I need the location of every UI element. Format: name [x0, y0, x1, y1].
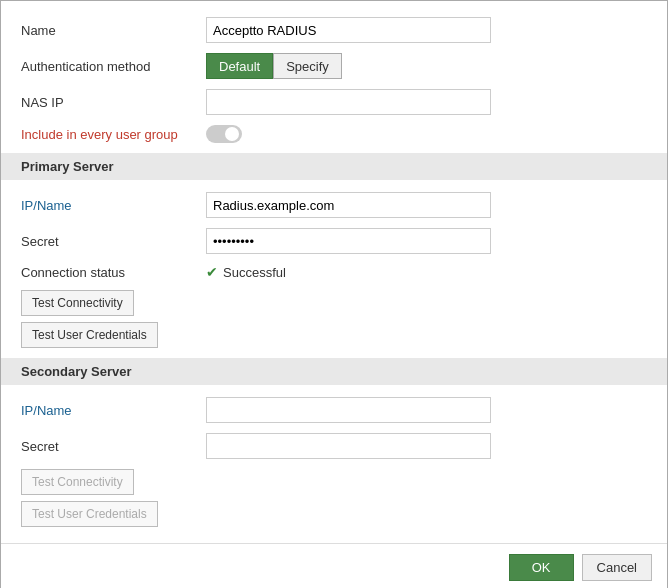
nas-ip-row: NAS IP [21, 89, 647, 115]
include-row: Include in every user group [21, 125, 647, 143]
secondary-ip-row: IP/Name [21, 397, 647, 423]
secondary-server-header: Secondary Server [1, 358, 667, 385]
auth-label: Authentication method [21, 59, 206, 74]
primary-ip-row: IP/Name [21, 192, 647, 218]
auth-buttons: Default Specify [206, 53, 342, 79]
primary-ip-input[interactable] [206, 192, 491, 218]
nas-ip-input[interactable] [206, 89, 491, 115]
dialog-footer: OK Cancel [1, 543, 667, 588]
include-toggle[interactable] [206, 125, 242, 143]
secondary-test-user-creds-button[interactable]: Test User Credentials [21, 501, 158, 527]
secondary-ip-label: IP/Name [21, 403, 206, 418]
secondary-secret-input[interactable] [206, 433, 491, 459]
primary-secret-input[interactable] [206, 228, 491, 254]
secondary-secret-row: Secret [21, 433, 647, 459]
primary-secret-label: Secret [21, 234, 206, 249]
name-row: Name [21, 17, 647, 43]
toggle-container [206, 125, 242, 143]
nas-ip-label: NAS IP [21, 95, 206, 110]
toggle-knob [225, 127, 239, 141]
primary-test-connectivity-button[interactable]: Test Connectivity [21, 290, 134, 316]
name-label: Name [21, 23, 206, 38]
auth-default-button[interactable]: Default [206, 53, 273, 79]
connection-status-row: Connection status ✔ Successful [21, 264, 647, 280]
primary-ip-label: IP/Name [21, 198, 206, 213]
cancel-button[interactable]: Cancel [582, 554, 652, 581]
connection-status: ✔ Successful [206, 264, 286, 280]
dialog: Name Authentication method Default Speci… [0, 0, 668, 588]
primary-server-header: Primary Server [1, 153, 667, 180]
secondary-ip-input[interactable] [206, 397, 491, 423]
secondary-test-connectivity-button[interactable]: Test Connectivity [21, 469, 134, 495]
include-label: Include in every user group [21, 127, 206, 142]
connection-status-label: Connection status [21, 265, 206, 280]
auth-specify-button[interactable]: Specify [273, 53, 342, 79]
auth-row: Authentication method Default Specify [21, 53, 647, 79]
ok-button[interactable]: OK [509, 554, 574, 581]
secondary-secret-label: Secret [21, 439, 206, 454]
primary-secret-row: Secret [21, 228, 647, 254]
status-text: Successful [223, 265, 286, 280]
name-input[interactable] [206, 17, 491, 43]
primary-test-user-creds-button[interactable]: Test User Credentials [21, 322, 158, 348]
dialog-body: Name Authentication method Default Speci… [1, 1, 667, 543]
status-success-icon: ✔ [206, 264, 218, 280]
